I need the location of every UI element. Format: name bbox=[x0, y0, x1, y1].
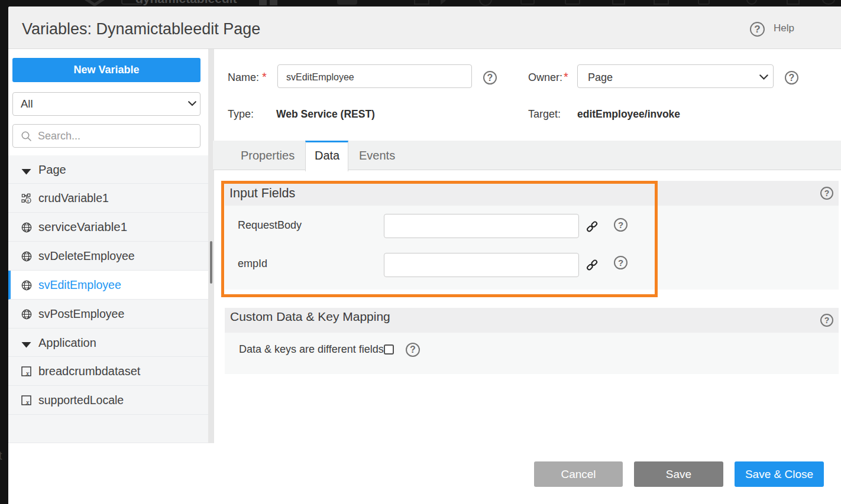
svg-text:x: x bbox=[25, 398, 30, 405]
svg-text:x: x bbox=[27, 256, 30, 262]
svg-text:x: x bbox=[27, 198, 30, 203]
svg-text:x: x bbox=[27, 314, 30, 320]
svg-text:x: x bbox=[27, 285, 30, 291]
svg-text:x: x bbox=[25, 369, 30, 376]
svg-text:x: x bbox=[27, 227, 30, 233]
